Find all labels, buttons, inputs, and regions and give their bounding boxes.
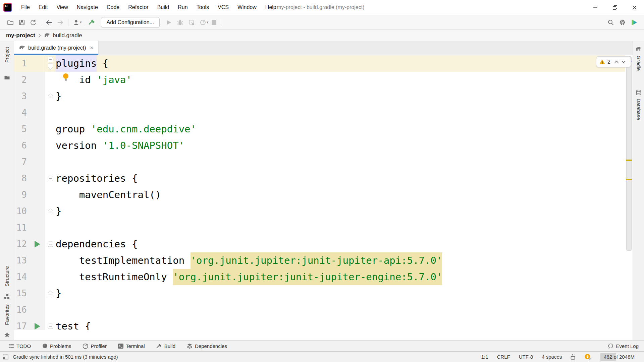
menu-edit[interactable]: Edit xyxy=(34,0,52,15)
open-icon[interactable] xyxy=(5,17,16,28)
menu-navigate[interactable]: Navigate xyxy=(72,0,102,15)
search-everywhere-icon[interactable] xyxy=(605,17,616,28)
breadcrumb-project[interactable]: my-project xyxy=(6,32,35,39)
menu-code[interactable]: Code xyxy=(102,0,124,15)
file-encoding[interactable]: UTF-8 xyxy=(519,354,533,360)
fold-gutter[interactable] xyxy=(45,105,56,121)
add-configuration-button[interactable]: Add Configuration... xyxy=(101,17,160,28)
code-line-8[interactable]: 8repositories { xyxy=(14,170,625,187)
save-icon[interactable] xyxy=(16,17,28,28)
restore-button[interactable] xyxy=(605,0,625,15)
toolbar-separator xyxy=(41,19,41,26)
fold-gutter[interactable] xyxy=(45,88,56,105)
code-line-12[interactable]: 12dependencies { xyxy=(14,236,625,252)
run-icon[interactable] xyxy=(163,17,174,28)
toolwindow-build[interactable]: Build xyxy=(156,343,175,349)
menu-window[interactable]: Window xyxy=(233,0,261,15)
build-hammer-icon[interactable] xyxy=(86,17,98,28)
code-line-5[interactable]: 5group 'edu.cnm.deepdive' xyxy=(14,121,625,137)
fold-gutter[interactable] xyxy=(45,220,56,236)
code-line-6[interactable]: 6version '1.0-SNAPSHOT' xyxy=(14,137,625,154)
code-line-3[interactable]: 3} xyxy=(14,88,625,105)
fold-gutter[interactable] xyxy=(45,269,56,285)
toolwindow-terminal[interactable]: Terminal xyxy=(118,343,145,349)
prev-warning-icon[interactable] xyxy=(614,60,619,63)
fold-gutter[interactable] xyxy=(45,154,56,170)
editor-scrollbar[interactable] xyxy=(625,55,633,340)
code-line-13[interactable]: 13 testImplementation 'org.junit.jupiter… xyxy=(14,252,625,269)
toolwindow-problems[interactable]: Problems xyxy=(42,343,71,349)
right-tool-stripe: Gradle Database xyxy=(633,41,644,340)
caret-position[interactable]: 1:1 xyxy=(481,354,488,360)
intention-bulb-icon[interactable] xyxy=(62,73,69,83)
menu-view[interactable]: View xyxy=(52,0,72,15)
code-line-16[interactable]: 16 xyxy=(14,302,625,318)
fold-gutter[interactable] xyxy=(45,187,56,203)
code-line-4[interactable]: 4 xyxy=(14,105,625,121)
fold-gutter[interactable] xyxy=(45,170,56,187)
fold-gutter[interactable] xyxy=(45,318,56,330)
fold-gutter[interactable] xyxy=(45,55,56,72)
stripe-mark-warning-2[interactable] xyxy=(626,179,632,180)
minimize-button[interactable] xyxy=(586,0,605,15)
gradient-triangle-icon[interactable] xyxy=(628,17,639,28)
stop-icon[interactable] xyxy=(208,17,220,28)
indent-setting[interactable]: 4 spaces xyxy=(542,354,562,360)
code-line-7[interactable]: 7 xyxy=(14,154,625,170)
tab-build-gradle[interactable]: build.gradle (my-project) × xyxy=(14,41,99,55)
toolwindow-switcher-icon[interactable] xyxy=(3,354,9,360)
menu-vcs[interactable]: VCS xyxy=(213,0,233,15)
code-line-1[interactable]: 1plugins { xyxy=(14,55,625,72)
run-gutter-icon[interactable] xyxy=(34,241,40,249)
code-line-11[interactable]: 11 xyxy=(14,220,625,236)
code-line-9[interactable]: 9 mavenCentral() xyxy=(14,187,625,203)
code-editor[interactable]: 1plugins {2 id 'java'3}45group 'edu.cnm.… xyxy=(14,55,633,340)
settings-gear-icon[interactable] xyxy=(616,17,628,28)
fold-gutter[interactable] xyxy=(45,302,56,318)
close-icon[interactable]: × xyxy=(90,45,94,51)
coverage-icon[interactable] xyxy=(186,17,197,28)
sidebar-item-favorites[interactable]: Favorites xyxy=(4,304,10,325)
fold-gutter[interactable] xyxy=(45,121,56,137)
debug-icon[interactable] xyxy=(174,17,186,28)
toolwindow-todo[interactable]: TODO xyxy=(9,343,31,349)
fold-gutter[interactable] xyxy=(45,137,56,154)
inspection-widget[interactable]: 2 xyxy=(596,56,631,67)
code-line-17[interactable]: 17test { xyxy=(14,318,625,330)
forward-icon[interactable] xyxy=(55,17,66,28)
code-line-15[interactable]: 15} xyxy=(14,285,625,302)
memory-indicator[interactable]: 482 of 2048M xyxy=(600,353,638,361)
fold-gutter[interactable] xyxy=(45,252,56,269)
fold-gutter[interactable] xyxy=(45,72,56,88)
code-line-10[interactable]: 10} xyxy=(14,203,625,220)
sidebar-item-database[interactable]: Database xyxy=(636,99,642,120)
fold-gutter[interactable] xyxy=(45,236,56,252)
sidebar-item-project[interactable]: Project xyxy=(4,47,10,63)
back-icon[interactable] xyxy=(43,17,55,28)
stripe-mark-warning-1[interactable] xyxy=(626,160,632,161)
run-gutter-icon[interactable] xyxy=(34,323,40,330)
toolwindow-dependencies[interactable]: Dependencies xyxy=(187,343,227,349)
unlock-icon[interactable] xyxy=(571,354,576,360)
status-message[interactable]: Gradle sync finished in 501 ms (3 minute… xyxy=(13,354,118,360)
code-line-14[interactable]: 14 testRuntimeOnly 'org.junit.jupiter:ju… xyxy=(14,269,625,285)
gradle-sync-status-icon[interactable] xyxy=(584,354,592,360)
scrollbar-thumb[interactable] xyxy=(626,56,632,251)
sidebar-item-structure[interactable]: Structure xyxy=(4,266,10,287)
toolwindow-event-log[interactable]: Event Log xyxy=(608,343,639,349)
menu-build[interactable]: Build xyxy=(153,0,174,15)
close-button[interactable] xyxy=(625,0,644,15)
fold-gutter[interactable] xyxy=(45,285,56,302)
breadcrumb-file[interactable]: build.gradle xyxy=(53,32,82,39)
menu-tools[interactable]: Tools xyxy=(192,0,213,15)
menu-run[interactable]: Run xyxy=(173,0,192,15)
code-line-2[interactable]: 2 id 'java' xyxy=(14,72,625,88)
next-warning-icon[interactable] xyxy=(621,60,626,63)
sync-icon[interactable] xyxy=(28,17,39,28)
toolwindow-profiler[interactable]: Profiler xyxy=(83,343,107,349)
menu-refactor[interactable]: Refactor xyxy=(124,0,153,15)
fold-gutter[interactable] xyxy=(45,203,56,220)
sidebar-item-gradle[interactable]: Gradle xyxy=(636,56,642,71)
line-separator[interactable]: CRLF xyxy=(497,354,510,360)
menu-file[interactable]: File xyxy=(17,0,34,15)
